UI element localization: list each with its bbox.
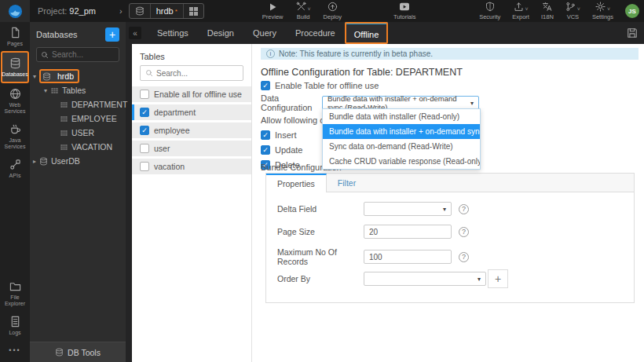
page-size-input[interactable] (364, 225, 452, 239)
security-button[interactable]: Security (479, 2, 500, 20)
build-caret-icon: ˅ (308, 6, 311, 12)
checkbox-department[interactable] (140, 108, 149, 117)
table-row-employee[interactable]: employee (132, 122, 251, 138)
tables-panel-title: Tables (132, 44, 251, 64)
add-database-button[interactable]: + (105, 27, 119, 42)
db-tools-icon (55, 348, 64, 357)
db-selector[interactable]: hrdb * (129, 3, 204, 19)
tree-item-tables[interactable]: ▾ Tables (30, 83, 126, 97)
breadcrumb-chevron-icon: › (119, 6, 123, 16)
menu-option-cache-crud[interactable]: Cache CRUD variable response (Read-only) (323, 154, 480, 169)
deploy-cloud-icon (327, 2, 338, 12)
delta-field-select[interactable]: ▾ (364, 202, 452, 216)
db-grid-icon[interactable] (183, 4, 203, 18)
left-rail: Pages Databases Web Services Java Servic… (0, 22, 30, 362)
table-icon (60, 129, 68, 137)
menu-option-bundle-ondemand[interactable]: Bundle data with installer + on-demand s… (323, 124, 480, 139)
database-icon (39, 157, 48, 166)
help-icon[interactable]: ? (459, 204, 469, 214)
checkbox-enable-all[interactable] (140, 90, 149, 99)
coffee-cup-icon (9, 123, 21, 135)
db-selector-name: hrdb (156, 6, 174, 16)
sidebar-item-apis[interactable]: APIs (1, 154, 29, 183)
tree-item-vacation[interactable]: VACATION (30, 140, 126, 154)
select-caret-icon: ▾ (478, 276, 481, 283)
tab-procedure[interactable]: Procedure (286, 22, 345, 44)
tree-item-hrdb[interactable]: ▾ hrdb (30, 69, 126, 83)
user-avatar[interactable]: JS (625, 4, 639, 18)
tab-filter[interactable]: Filter (327, 174, 367, 192)
tree-item-user[interactable]: USER (30, 126, 126, 140)
tables-search[interactable] (140, 65, 243, 81)
tab-settings[interactable]: Settings (148, 22, 198, 44)
help-icon[interactable]: ? (459, 227, 469, 237)
databases-search-input[interactable] (52, 50, 113, 59)
tab-query[interactable]: Query (243, 22, 286, 44)
table-row-vacation[interactable]: vacation (132, 159, 251, 174)
table-icon (60, 101, 68, 109)
order-by-select[interactable]: ▾ (364, 272, 486, 286)
table-row-enable-all[interactable]: Enable all for offline use (132, 86, 251, 102)
table-icon (50, 86, 59, 95)
save-to-device-icon[interactable] (627, 27, 638, 38)
tutorials-button[interactable]: Tutorials (393, 2, 415, 20)
sidebar-item-web-services[interactable]: Web Services (1, 83, 29, 119)
databases-panel: Databases + ▾ hrdb ▾ Tables DEPARTMENT (30, 22, 126, 362)
vcs-caret-icon: ˅ (577, 6, 580, 12)
table-row-department[interactable]: department (132, 104, 251, 120)
build-button[interactable]: ˅ Build (296, 2, 311, 20)
tables-search-input[interactable] (156, 69, 235, 78)
add-order-by-button[interactable]: + (488, 269, 508, 288)
menu-option-sync-ondemand[interactable]: Sync data on-demand (Read-Write) (323, 139, 480, 154)
max-records-row: Maximum No Of Records ? (277, 247, 469, 266)
project-breadcrumb[interactable]: Project: 92_pm (38, 6, 119, 16)
api-connector-icon (9, 159, 21, 170)
sidebar-item-databases[interactable]: Databases (1, 51, 29, 83)
rail-overflow-button[interactable]: ••• (9, 340, 20, 362)
sidebar-item-java-services[interactable]: Java Services (1, 119, 29, 154)
help-icon[interactable]: ? (459, 252, 469, 262)
tab-design[interactable]: Design (198, 22, 243, 44)
folder-icon (9, 280, 21, 292)
tab-offline[interactable]: Offline (345, 22, 389, 44)
caret-down-icon[interactable]: ▾ (41, 87, 50, 94)
sidebar-item-file-explorer[interactable]: File Explorer (1, 276, 29, 311)
checkbox-insert[interactable] (261, 130, 270, 140)
checkbox-employee[interactable] (140, 126, 149, 135)
checkbox-vacation[interactable] (140, 162, 149, 171)
table-row-user[interactable]: user (132, 141, 251, 156)
sidebar-item-logs[interactable]: Logs (1, 311, 29, 340)
export-button[interactable]: ˅ Export (512, 2, 529, 20)
preview-button[interactable]: Preview (262, 2, 284, 20)
offline-config-content: i Note: This feature is currently in bet… (252, 44, 644, 362)
sidebar-item-pages[interactable]: Pages (1, 22, 29, 51)
security-shield-icon (485, 2, 495, 12)
topbar: Project: 92_pm › hrdb * Preview ˅ (0, 0, 644, 22)
caret-right-icon[interactable]: ▸ (30, 158, 39, 165)
vcs-button[interactable]: ˅ VCS (565, 2, 580, 20)
tab-properties[interactable]: Properties (266, 174, 327, 192)
panel-gutter (126, 44, 132, 362)
settings-caret-icon: ˅ (607, 6, 610, 12)
settings-button[interactable]: ˅ Settings (592, 2, 613, 20)
checkbox-enable-table[interactable] (261, 81, 270, 90)
search-icon (145, 69, 153, 77)
tree-item-employee[interactable]: EMPLOYEE (30, 112, 126, 126)
menu-option-bundle-readonly[interactable]: Bundle data with installer (Read-only) (323, 109, 480, 124)
checkbox-user[interactable] (140, 144, 149, 153)
page-title: Offline Configuration for Table: DEPARTM… (261, 67, 463, 78)
database-icon (130, 4, 150, 18)
log-file-icon (9, 316, 21, 327)
app-logo[interactable] (0, 0, 30, 22)
caret-down-icon[interactable]: ▾ (30, 73, 39, 80)
deploy-button[interactable]: Deploy (324, 2, 342, 20)
db-tools-button[interactable]: DB Tools (30, 342, 126, 362)
tree-item-department[interactable]: DEPARTMENT (30, 97, 126, 112)
databases-search[interactable] (36, 47, 119, 62)
i18n-button[interactable]: I18N (541, 2, 554, 20)
build-tools-icon (296, 2, 306, 12)
collapse-panel-button[interactable]: « (129, 27, 141, 39)
tree-item-userdb[interactable]: ▸ UserDB (30, 154, 126, 168)
max-records-input[interactable] (364, 250, 452, 264)
checkbox-update[interactable] (261, 145, 270, 155)
